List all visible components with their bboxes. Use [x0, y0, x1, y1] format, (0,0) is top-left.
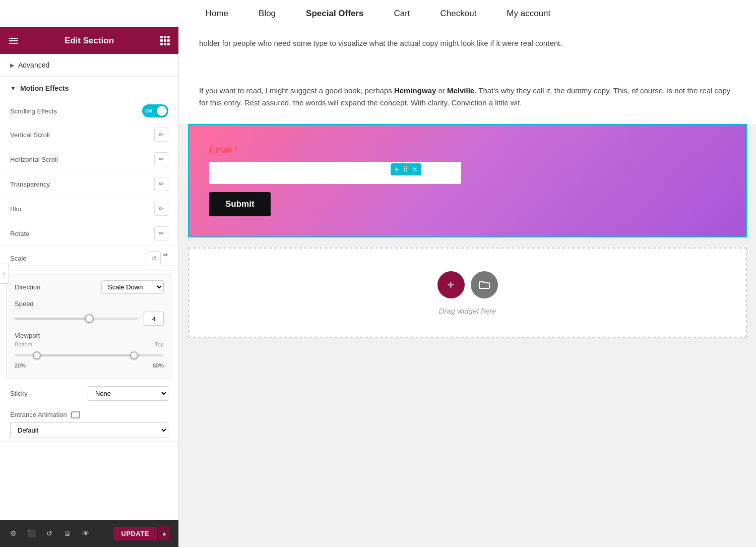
- motion-effects-header[interactable]: ▼ Motion Effects: [0, 77, 178, 99]
- required-star: *: [234, 145, 237, 155]
- history-icon[interactable]: ↺: [44, 528, 54, 538]
- viewport-right-pct: 80%: [153, 362, 164, 369]
- panel-body: ▶ Advanced ▼ Motion Effects Scrolling Ef…: [0, 54, 178, 520]
- submit-button[interactable]: Submit: [209, 192, 271, 216]
- viewport-thumb-right[interactable]: [130, 351, 138, 359]
- viewport-label: Viewport: [15, 332, 164, 339]
- footer-icons: ⚙ ⬛ ↺ 🖥 👁: [8, 528, 91, 538]
- scrolling-effects-label: Scrolling Effects: [10, 107, 57, 115]
- transparency-row: Transparency ✏: [0, 172, 178, 197]
- speed-slider-track: [15, 318, 139, 320]
- motion-effects-section: ▼ Motion Effects Scrolling Effects ON Ve…: [0, 77, 178, 442]
- viewport-bottom-label: Bottom: [15, 341, 32, 347]
- widget-move-icon[interactable]: ⠿: [403, 165, 408, 173]
- widget-add-icon[interactable]: +: [395, 165, 399, 173]
- nav-special-offers[interactable]: Special Offers: [306, 9, 363, 19]
- grid-apps-icon[interactable]: [159, 35, 170, 46]
- speed-label: Speed: [15, 300, 164, 308]
- advanced-label: Advanced: [18, 61, 49, 69]
- horizontal-scroll-row: Horizontal Scroll ✏: [0, 147, 178, 172]
- email-field-label: Email *: [209, 145, 726, 156]
- blur-edit-button[interactable]: ✏: [154, 202, 168, 216]
- speed-controls: 4: [15, 312, 164, 326]
- scrolling-effects-row: Scrolling Effects ON: [0, 99, 178, 123]
- sticky-row: Sticky None Top Bottom: [0, 381, 178, 406]
- motion-effects-label: Motion Effects: [20, 84, 69, 92]
- scale-edit-button[interactable]: ✏: [163, 251, 168, 265]
- drag-add-button[interactable]: +: [437, 271, 465, 298]
- toggle-on-label: ON: [145, 108, 153, 113]
- nav-cart[interactable]: Cart: [394, 9, 410, 19]
- scrolling-effects-toggle[interactable]: ON: [142, 104, 168, 117]
- viewport-row: Viewport Bottom Top: [15, 332, 164, 370]
- scale-reset-button[interactable]: ↺: [147, 251, 161, 265]
- nav-blog[interactable]: Blog: [259, 9, 276, 19]
- panel-footer: ⚙ ⬛ ↺ 🖥 👁 UPDATE ▲: [0, 520, 178, 547]
- panel-title: Edit Section: [19, 36, 159, 46]
- edit-panel: Edit Section ▶ Advanced ▼: [0, 27, 179, 547]
- toggle-knob: [157, 106, 167, 116]
- viewport-left-pct: 20%: [15, 362, 26, 369]
- layers-icon[interactable]: ⬛: [26, 528, 36, 538]
- collapse-panel-button[interactable]: ‹: [0, 264, 9, 284]
- vertical-scroll-edit-button[interactable]: ✏: [154, 128, 168, 142]
- blur-label: Blur: [10, 205, 22, 213]
- sticky-select[interactable]: None Top Bottom: [88, 386, 168, 401]
- transparency-edit-button[interactable]: ✏: [154, 177, 168, 191]
- nav-home[interactable]: Home: [206, 9, 228, 19]
- panel-header: Edit Section: [0, 27, 178, 54]
- nav-my-account[interactable]: My account: [507, 9, 550, 19]
- eye-icon[interactable]: 👁: [81, 528, 91, 538]
- blur-row: Blur ✏: [0, 197, 178, 221]
- settings-icon[interactable]: ⚙: [8, 528, 18, 538]
- viewport-edge-labels: Bottom Top: [15, 341, 164, 347]
- vertical-scroll-row: Vertical Scroll ✏: [0, 123, 178, 147]
- widget-toolbar: + ⠿ ✕: [391, 163, 421, 175]
- device-icon[interactable]: 🖥: [62, 528, 73, 538]
- top-navigation: Home Blog Special Offers Cart Checkout M…: [0, 0, 756, 27]
- sticky-select-wrap: None Top Bottom: [88, 386, 168, 401]
- email-input[interactable]: [209, 162, 461, 184]
- viewport-thumb-left[interactable]: [33, 351, 41, 359]
- arrow-right-icon: ▶: [10, 62, 14, 69]
- drag-widget-area: + Drag widget here: [188, 248, 747, 338]
- entrance-animation-section: Entrance Animation Default Fade In Slide…: [0, 406, 178, 442]
- entrance-label-text: Entrance Animation: [10, 411, 67, 418]
- update-group: UPDATE ▲: [113, 526, 170, 540]
- viewport-top-label: Top: [155, 341, 164, 347]
- vertical-scroll-label: Vertical Scroll: [10, 131, 50, 139]
- text-block-2: If you want to read, I might suggest a g…: [179, 65, 756, 124]
- entrance-animation-label: Entrance Animation: [10, 411, 168, 418]
- speed-slider-thumb[interactable]: [85, 314, 94, 323]
- text-content-1: holder for people who need some type to …: [199, 37, 736, 49]
- viewport-range: [37, 354, 141, 356]
- entrance-animation-select[interactable]: Default Fade In Slide In: [10, 422, 168, 438]
- scale-label: Scale: [10, 255, 27, 262]
- viewport-slider: [15, 349, 164, 361]
- advanced-section: ▶ Advanced: [0, 54, 178, 77]
- email-form-section: Email * Submit: [188, 124, 747, 237]
- speed-slider-container: [15, 314, 139, 324]
- entrance-select-wrap: Default Fade In Slide In: [10, 422, 168, 438]
- horizontal-scroll-edit-button[interactable]: ✏: [154, 152, 168, 166]
- update-arrow-button[interactable]: ▲: [158, 526, 170, 540]
- text-block-1: holder for people who need some type to …: [179, 27, 756, 65]
- widget-close-icon[interactable]: ✕: [412, 166, 417, 173]
- nav-checkout[interactable]: Checkout: [440, 9, 477, 19]
- update-button[interactable]: UPDATE: [113, 527, 157, 540]
- direction-select[interactable]: Scale Down Scale Up: [101, 280, 164, 294]
- rotate-row: Rotate ✏: [0, 221, 178, 246]
- right-content: holder for people who need some type to …: [179, 27, 756, 547]
- scale-expanded-panel: Direction Scale Down Scale Up Speed: [6, 273, 172, 379]
- viewport-pct-labels: 20% 80%: [15, 361, 164, 370]
- advanced-toggle[interactable]: ▶ Advanced: [0, 54, 178, 77]
- speed-value-display[interactable]: 4: [144, 312, 164, 326]
- rotate-edit-button[interactable]: ✏: [154, 226, 168, 240]
- rotate-label: Rotate: [10, 230, 29, 237]
- hamburger-menu-icon[interactable]: [8, 35, 19, 46]
- monitor-icon: [71, 411, 80, 418]
- drag-folder-button[interactable]: [471, 271, 498, 298]
- transparency-label: Transparency: [10, 180, 50, 188]
- scale-row: Scale ↺ ✏: [0, 246, 178, 271]
- direction-label: Direction: [15, 283, 40, 291]
